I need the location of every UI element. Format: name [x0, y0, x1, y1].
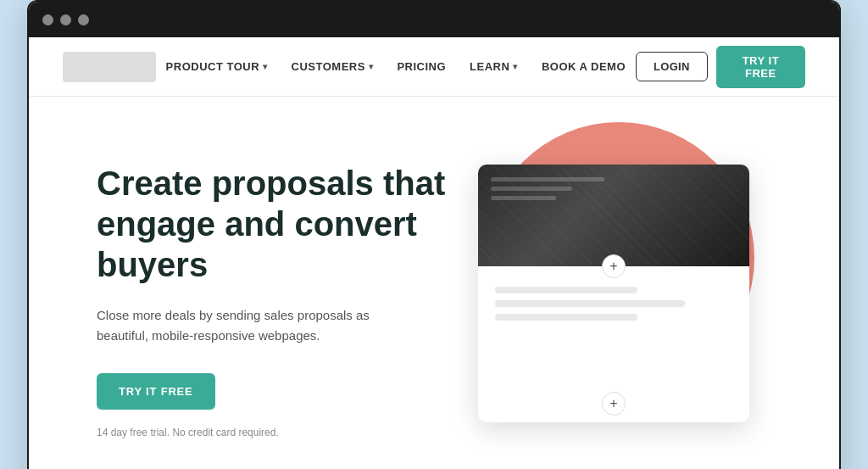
browser-window: PRODUCT TOUR ▾ CUSTOMERS ▾ PRICING: [27, 0, 841, 469]
nav-item-customers[interactable]: CUSTOMERS ▾: [281, 53, 384, 80]
plus-icon-top: +: [609, 259, 617, 274]
browser-dot-yellow: [60, 14, 71, 25]
img-line-1: [491, 177, 604, 181]
nav-item-learn[interactable]: LEARN ▾: [459, 53, 528, 80]
chevron-down-icon: ▾: [263, 62, 268, 71]
page-content: PRODUCT TOUR ▾ CUSTOMERS ▾ PRICING: [29, 37, 839, 469]
trial-note: 14 day free trial. No credit card requir…: [97, 427, 453, 438]
login-button[interactable]: LOGIN: [636, 52, 708, 81]
navbar: PRODUCT TOUR ▾ CUSTOMERS ▾ PRICING: [29, 37, 839, 97]
nav-link-learn[interactable]: LEARN ▾: [461, 53, 526, 80]
proposal-card-image: +: [478, 165, 749, 266]
nav-link-label-product-tour: PRODUCT TOUR: [166, 60, 259, 73]
img-line-3: [491, 196, 556, 200]
nav-link-label-pricing: PRICING: [397, 60, 446, 73]
chevron-down-icon-customers: ▾: [369, 62, 374, 71]
try-it-free-button-hero[interactable]: TRY IT FREE: [97, 373, 215, 410]
nav-link-pricing[interactable]: PRICING: [388, 53, 454, 80]
nav-item-pricing[interactable]: PRICING: [387, 53, 456, 80]
nav-links: PRODUCT TOUR ▾ CUSTOMERS ▾ PRICING: [156, 53, 636, 80]
browser-dot-red: [42, 14, 53, 25]
image-decorative-lines: [491, 177, 654, 200]
hero-title: Create proposals that engage and convert…: [97, 163, 453, 285]
proposal-text-line-2: [495, 300, 685, 307]
nav-logo: [63, 52, 156, 82]
proposal-text-line-1: [495, 287, 637, 293]
try-it-free-button-nav[interactable]: TRY IT FREE: [716, 46, 805, 88]
chevron-down-icon-learn: ▾: [513, 62, 518, 71]
nav-item-book-demo[interactable]: BOOK A DEMO: [531, 53, 636, 80]
proposal-card-body: [478, 266, 749, 385]
hero-left: Create proposals that engage and convert…: [97, 163, 453, 438]
nav-link-label-learn: LEARN: [470, 60, 509, 73]
nav-link-customers[interactable]: CUSTOMERS ▾: [283, 53, 382, 80]
nav-link-label-customers: CUSTOMERS: [292, 60, 365, 73]
add-section-button-top[interactable]: +: [602, 254, 626, 278]
nav-link-book-demo[interactable]: BOOK A DEMO: [533, 53, 634, 80]
proposal-card-mockup: + +: [478, 165, 749, 422]
browser-titlebar: [29, 2, 839, 37]
nav-link-label-book-demo: BOOK A DEMO: [542, 60, 626, 73]
nav-item-product-tour[interactable]: PRODUCT TOUR ▾: [156, 53, 278, 80]
add-section-button-bottom[interactable]: +: [602, 392, 626, 416]
hero-right: + +: [453, 148, 771, 453]
nav-actions: LOGIN TRY IT FREE: [636, 46, 805, 88]
img-line-2: [491, 187, 572, 191]
nav-link-product-tour[interactable]: PRODUCT TOUR ▾: [158, 53, 276, 80]
hero-subtitle: Close more deals by sending sales propos…: [97, 305, 385, 346]
plus-icon-bottom: +: [609, 396, 617, 411]
browser-dot-green: [78, 14, 89, 25]
hero-section: Create proposals that engage and convert…: [29, 97, 839, 469]
proposal-text-line-3: [495, 314, 637, 321]
